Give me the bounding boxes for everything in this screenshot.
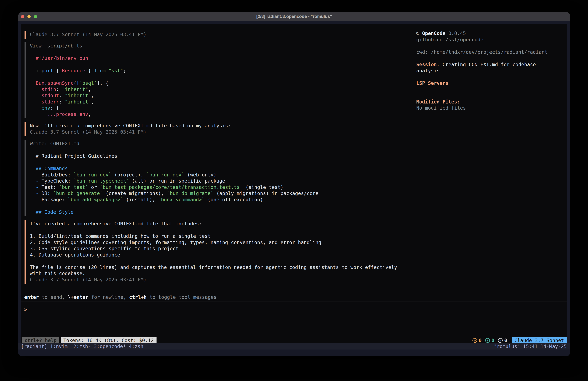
line bbox=[416, 92, 568, 99]
diagnostics: w0i0h0 bbox=[472, 337, 507, 343]
line: stderr: "inherit", bbox=[30, 99, 126, 105]
text-segment: stdout bbox=[42, 93, 59, 98]
model-badge[interactable]: Claude 3.7 Sonnet bbox=[512, 337, 567, 343]
diagnostic-warn: w0 bbox=[472, 337, 482, 343]
line bbox=[416, 43, 568, 49]
text-segment bbox=[30, 105, 42, 111]
status-bar-left: ctrl+? help Tokens: 16.4K (8%), Cost: $0… bbox=[22, 337, 157, 343]
message-input[interactable]: > bbox=[21, 302, 567, 337]
text-segment: (apply migrations) in packages/core bbox=[213, 190, 318, 196]
text-segment: (project), bbox=[111, 172, 147, 178]
text-segment bbox=[30, 68, 36, 73]
text-segment: import bbox=[36, 68, 53, 73]
text-segment: ], { bbox=[97, 80, 108, 86]
diagnostic-info: i0 bbox=[485, 337, 494, 343]
line: # Radiant Project Guidelines bbox=[30, 153, 318, 159]
line: I've created a comprehensive CONTEXT.md … bbox=[30, 221, 397, 227]
line bbox=[30, 227, 397, 233]
text-segment: `bun db generate` bbox=[53, 190, 103, 196]
terminal-window: [2/3] radiant:3:opencode - "romulus" Cla… bbox=[18, 12, 570, 356]
help-badge[interactable]: ctrl+? help bbox=[22, 337, 59, 343]
line bbox=[30, 74, 126, 80]
text-segment: Package: bbox=[42, 197, 68, 202]
text-segment: stdin bbox=[42, 87, 56, 92]
text-segment: 4. Database operations guidance bbox=[30, 252, 120, 258]
text-segment: The file is concise (20 lines) and captu… bbox=[30, 265, 397, 270]
line: - Build/Dev: `bun run dev` (project), `b… bbox=[30, 172, 318, 178]
text-segment: Bun bbox=[36, 80, 44, 86]
text-segment: 0.0.45 bbox=[445, 30, 466, 36]
text-segment: : { bbox=[50, 105, 59, 111]
text-segment: `bun add <package>` bbox=[68, 197, 123, 202]
text-segment: enter bbox=[24, 294, 39, 300]
text-segment: "inherit" bbox=[65, 99, 91, 105]
text-segment: ...process.env bbox=[47, 112, 88, 117]
text-segment: "sst" bbox=[109, 68, 123, 73]
line: - Package: `bun add <package>` (install)… bbox=[30, 197, 318, 203]
text-segment: env bbox=[42, 105, 50, 111]
window-title: [2/3] radiant:3:opencode - "romulus" bbox=[18, 12, 570, 21]
text-segment: for newline, bbox=[88, 294, 129, 300]
text-segment: ctrl+h bbox=[129, 294, 147, 300]
text-segment: Test: bbox=[42, 184, 59, 190]
line bbox=[30, 159, 318, 166]
tmux-window-list[interactable]: [radiant] 1:nvim 2:zsh- 3:opencode* 4:zs… bbox=[21, 343, 144, 350]
text-segment: "inherit" bbox=[62, 87, 88, 92]
line: Now I'll create a comprehensive CONTEXT.… bbox=[30, 123, 231, 129]
text-segment: `bun run typecheck` bbox=[74, 178, 129, 184]
text-segment: enter bbox=[74, 294, 88, 300]
text-segment: : bbox=[59, 93, 65, 98]
text-segment bbox=[30, 178, 36, 184]
text-segment: `psql` bbox=[79, 80, 97, 86]
line: LSP Servers bbox=[416, 80, 568, 86]
text-segment: `bun run dev` bbox=[147, 172, 185, 178]
text-segment: ## Code Style bbox=[30, 209, 74, 215]
text-segment: - bbox=[36, 190, 42, 196]
text-segment bbox=[30, 93, 42, 98]
text-segment: github.com/sst/opencode bbox=[416, 37, 483, 43]
text-segment: 3. CSS styling conventions specific to t… bbox=[30, 246, 178, 251]
tmux-status-bar: [radiant] 1:nvim 2:zsh- 3:opencode* 4:zs… bbox=[18, 343, 570, 350]
info-circle-icon: i bbox=[485, 338, 490, 343]
line: Modified Files: bbox=[416, 99, 568, 105]
text-segment bbox=[30, 112, 47, 117]
text-segment: : bbox=[59, 99, 65, 105]
line: Claude 3.7 Sonnet (14 May 2025 03:41 PM) bbox=[30, 277, 397, 283]
text-segment bbox=[106, 68, 109, 73]
text-segment: , bbox=[91, 99, 94, 105]
text-segment: 1. Build/lint/test commands including ho… bbox=[30, 233, 210, 239]
line: analysis bbox=[416, 68, 568, 74]
line: stdin: "inherit", bbox=[30, 86, 126, 93]
sidebar: © OpenCode 0.0.45github.com/sst/opencode… bbox=[416, 30, 568, 111]
assistant-message-1: Now I'll create a comprehensive CONTEXT.… bbox=[24, 122, 231, 136]
line: 3. CSS styling conventions specific to t… bbox=[30, 246, 397, 252]
tokens-cost-badge: Tokens: 16.4K (8%), Cost: $0.12 bbox=[61, 337, 157, 343]
text-segment: stderr bbox=[42, 99, 59, 105]
line: ## Commands bbox=[30, 165, 318, 172]
text-segment bbox=[30, 197, 36, 202]
text-segment: View: script/db.ts bbox=[30, 43, 82, 49]
text-segment: #!/usr/bin/env bun bbox=[30, 55, 88, 61]
text-segment: or bbox=[88, 184, 100, 190]
text-segment bbox=[30, 184, 36, 190]
text-segment: : bbox=[56, 87, 62, 92]
text-segment: (web only) bbox=[184, 172, 216, 178]
text-segment: Now I'll create a comprehensive CONTEXT.… bbox=[30, 123, 231, 129]
text-segment: Claude 3.7 Sonnet (14 May 2025 03:41 PM) bbox=[30, 129, 146, 135]
tool-output-view-db-ts: View: script/db.ts #!/usr/bin/env bun im… bbox=[24, 42, 126, 118]
line: View: script/db.ts bbox=[30, 43, 126, 49]
line: Bun.spawnSync([`psql`], { bbox=[30, 80, 126, 86]
text-segment: analysis bbox=[416, 68, 440, 73]
line: Claude 3.7 Sonnet (14 May 2025 03:41 PM) bbox=[30, 129, 231, 135]
text-segment: - bbox=[36, 178, 42, 184]
text-segment: ; bbox=[123, 68, 126, 73]
text-segment bbox=[30, 80, 36, 86]
text-segment: LSP Servers bbox=[416, 80, 448, 86]
line: © OpenCode 0.0.45 bbox=[416, 30, 568, 37]
text-segment: cwd: /home/thdxr/dev/projects/radiant/ra… bbox=[416, 49, 547, 55]
text-segment: Claude 3.7 Sonnet (14 May 2025 03:41 PM) bbox=[30, 277, 146, 283]
warn-circle-icon: w bbox=[472, 338, 477, 343]
line bbox=[30, 147, 318, 153]
text-segment: No modified files bbox=[416, 105, 466, 111]
text-segment: DB: bbox=[42, 190, 53, 196]
